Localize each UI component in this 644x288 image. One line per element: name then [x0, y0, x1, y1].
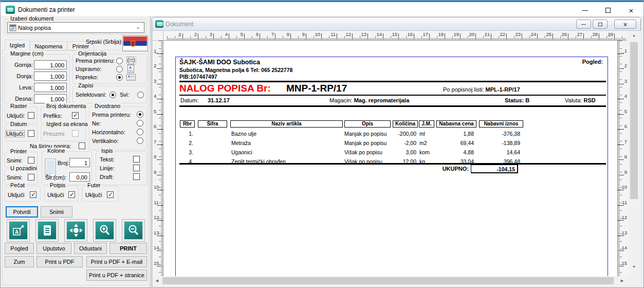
document-view[interactable]: ŠAJK-ŠAMI DOO Subotica Subotica, Magnetn…	[163, 41, 617, 276]
ruler-tick	[367, 33, 368, 40]
save-button[interactable]: Snimi	[41, 206, 72, 218]
cancel-button[interactable]: Odustani	[74, 243, 107, 254]
zapisi-selected-radio[interactable]	[109, 92, 116, 98]
ruler-tick	[618, 175, 624, 175]
select-document-group: Izaberi dokument Nalog popisa ⌄	[5, 19, 146, 34]
window-title: Dokumenti za printer	[18, 6, 75, 13]
zoom-button[interactable]: Zum	[5, 256, 34, 267]
date-include-checkbox[interactable]	[28, 130, 34, 137]
margin-bottom-field[interactable]	[34, 71, 67, 81]
tab-izgled[interactable]: Izgled	[5, 40, 30, 51]
signature-group: Potpis Uključi	[44, 186, 79, 202]
duplex-printer-radio[interactable]	[137, 111, 143, 118]
preuzmi-label: Preuzmi:	[43, 131, 65, 137]
stamp-include-checkbox[interactable]	[30, 191, 36, 198]
confirm-button[interactable]: Potvrdi	[6, 206, 38, 218]
background-save-checkbox[interactable]	[28, 174, 34, 181]
printer-save-checkbox[interactable]	[28, 157, 34, 164]
orientation-printer-radio[interactable]	[116, 58, 123, 64]
duplex-group: Dvostrano Prema printeru: Ne: Horizontal…	[89, 106, 147, 150]
zapisi-all-radio[interactable]	[137, 92, 144, 98]
raster-include-checkbox[interactable]	[28, 112, 34, 119]
ruler-number: 10	[310, 31, 320, 37]
company-name: ŠAJK-ŠAMI DOO Subotica	[179, 59, 260, 66]
doc-minimize-button[interactable]	[576, 20, 591, 29]
horizontal-scroll-thumb[interactable]	[162, 277, 614, 284]
paper-width-checkbox[interactable]	[79, 142, 85, 149]
margin-marker-top-right[interactable]: ↕	[608, 31, 611, 39]
company-address: Subotica, Magnetna polja 6 Tel: 065 2522…	[179, 67, 292, 73]
view-button[interactable]: Pogled	[5, 243, 34, 254]
document-view-button[interactable]	[35, 219, 59, 242]
document-combobox[interactable]: Nalog popisa ⌄	[7, 22, 144, 33]
doc-close-button[interactable]: ×	[614, 20, 636, 29]
table-header-nabavna-cena: Nabavna cena	[436, 120, 476, 128]
ruler-number: 11	[622, 200, 627, 205]
ruler-tick	[182, 33, 183, 40]
margin-left-field[interactable]	[34, 83, 67, 92]
manual-button[interactable]: Uputstvo	[36, 243, 71, 254]
ruler-tick	[157, 129, 163, 130]
zapisi-title: Zapisi	[77, 82, 95, 88]
language-label: Srpski (Srbija)	[86, 39, 121, 45]
ruler-number: 9	[624, 169, 627, 175]
vertical-scroll-thumb[interactable]	[630, 42, 638, 199]
ruler-tick	[157, 236, 163, 236]
minimize-button[interactable]	[574, 4, 596, 17]
close-button[interactable]: ×	[620, 4, 642, 17]
serbia-flag-button[interactable]	[122, 35, 148, 51]
print-button[interactable]: PRINT	[109, 243, 147, 254]
orientation-landscape-radio[interactable]	[116, 74, 123, 81]
divider-line	[179, 105, 606, 107]
columns-width-field[interactable]	[69, 172, 90, 182]
duplex-no-radio[interactable]	[137, 120, 143, 127]
scroll-left-icon[interactable]: ◀	[153, 276, 161, 285]
ruler-tick	[157, 175, 163, 175]
scroll-down-icon[interactable]: ▼	[629, 262, 639, 271]
orientation-portrait-label: Uspravno:	[76, 66, 101, 72]
vertical-scrollbar[interactable]: ▲ ▼	[629, 31, 639, 276]
ruler-tick	[429, 33, 430, 40]
columns-count-field[interactable]	[69, 158, 90, 167]
zapisi-all-label: Svi:	[120, 92, 129, 98]
pan-button[interactable]	[64, 219, 87, 242]
tekst-checkbox[interactable]	[133, 156, 140, 163]
duplex-vertical-radio[interactable]	[137, 137, 143, 144]
duplex-horizontal-radio[interactable]	[137, 129, 143, 135]
ruler-top[interactable]: 1234567891011121314151617181920212223242…	[163, 31, 627, 41]
ruler-tick	[583, 33, 584, 40]
font-scale-button[interactable]: A	[7, 219, 30, 242]
cell-naziv: Ugaonici	[231, 149, 340, 155]
ruler-corner	[153, 31, 163, 41]
print-pdf-email-button[interactable]: Print u PDF + E-mail	[86, 256, 147, 267]
view-mode-label: Pogled:	[582, 59, 603, 65]
draft-checkbox[interactable]	[133, 173, 140, 180]
duplex-vertical-label: Vertikalno:	[92, 138, 118, 144]
scroll-up-icon[interactable]: ▲	[629, 31, 639, 40]
signature-include-checkbox[interactable]	[68, 191, 75, 198]
print-pdf-button[interactable]: Print u PDF	[36, 256, 83, 267]
margin-top-field[interactable]	[34, 60, 67, 69]
margin-marker-top-left[interactable]: ↕	[177, 31, 180, 39]
ruler-number: 17	[418, 31, 428, 37]
zoom-out-button[interactable]	[122, 219, 145, 242]
prefix-checkbox[interactable]	[72, 112, 79, 119]
margin-marker-right[interactable]: ↔	[619, 48, 625, 56]
orientation-portrait-radio[interactable]	[116, 66, 123, 73]
margin-marker-left[interactable]: ↔	[154, 48, 160, 56]
document-titlebar[interactable]: Dokument ×	[152, 17, 640, 31]
linije-checkbox[interactable]	[133, 165, 140, 171]
maximize-button[interactable]	[597, 4, 619, 17]
doc-restore-button[interactable]	[593, 20, 608, 29]
margin-right-field[interactable]	[34, 94, 67, 103]
preuzmi-checkbox[interactable]	[72, 130, 79, 137]
zoom-in-button[interactable]	[93, 219, 116, 242]
printer-icon	[126, 57, 137, 65]
cell-naziv: Metraža	[231, 140, 340, 146]
ruler-right[interactable]: 123456789101112131415↔	[617, 41, 629, 276]
footer-include-checkbox[interactable]	[107, 191, 114, 198]
horizontal-scrollbar[interactable]: ◀ ▶	[153, 276, 627, 285]
ruler-left[interactable]: 123456789101112131415↔	[153, 41, 163, 276]
scroll-right-icon[interactable]: ▶	[618, 276, 627, 285]
print-pdf-pages-button[interactable]: Print u PDF + stranice	[86, 269, 147, 281]
